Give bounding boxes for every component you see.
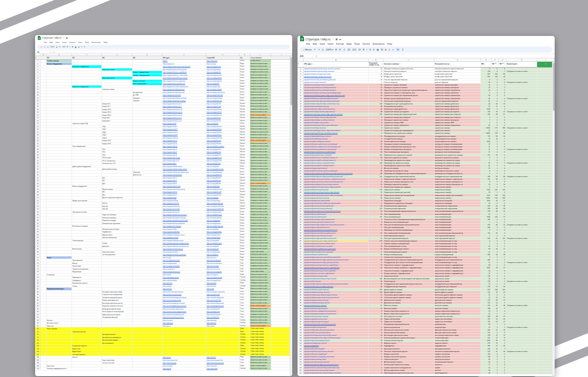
url-link[interactable]: equipment/kamernye-pechi-polimerizacii/ — [304, 221, 334, 223]
cell[interactable] — [271, 367, 292, 370]
url-link[interactable]: nlikp.ru/equipment/pechi-polimerizacii/ — [163, 83, 185, 85]
old-url-link[interactable]: nlikp.ru/services/montazh/ — [207, 263, 222, 264]
url-link[interactable]: equipment/kraskoraspyliteli/ — [304, 348, 325, 350]
url-link[interactable]: nlikp.ru/equipment/kamery-napyleniya/ — [163, 80, 185, 82]
url-link[interactable]: equipment/okrasochno-sushilnaya-kamera/ — [304, 89, 336, 91]
url-link[interactable]: nlikp.ru/equipment/pp-10-gaz/ — [163, 157, 180, 159]
old-url-link[interactable]: nlikp.ru/map.html — [207, 365, 217, 367]
old-url-link[interactable]: nlikp.ru/catalog/sushka-lkm/ — [207, 94, 223, 96]
url-link[interactable]: nlikp.ru/equipment/drobestrujnoe/ — [163, 166, 183, 167]
url-link[interactable]: equipment/kamery-sushki-poroshkovoj-kras… — [304, 98, 338, 100]
zoom-select[interactable]: 100% — [50, 46, 54, 48]
url-link[interactable]: equipment/pnevmaticheskij-podemnik/ — [304, 208, 333, 210]
menu-file[interactable]: File — [44, 41, 47, 43]
freq1-cell[interactable]: 1 — [491, 372, 499, 374]
comment-cell[interactable] — [506, 372, 537, 374]
url-link[interactable]: nlikp.ru/equipment/sushilnye-kamery/ — [163, 89, 185, 90]
url-link[interactable]: nlikp.ru/equipment/kamery-s-gidrofiltrom… — [163, 71, 186, 73]
url-link[interactable]: nlikp.ru/equipment/tp-1/ — [163, 163, 176, 164]
url-link[interactable]: nlikp.ru/equipment/gazovye-teplogenerato… — [163, 242, 189, 244]
old-url-link[interactable]: nlikp.ru/catalog/vk2.html — [207, 117, 221, 119]
url-link[interactable]: nlikp.ru/price/ — [163, 325, 171, 327]
url-link[interactable]: equipment/gazovye-kamery-polimerizacii/ — [304, 243, 335, 245]
cell[interactable] — [133, 367, 162, 370]
page-type-cell[interactable]: Страница — [240, 367, 250, 370]
url-link[interactable]: equipment/pech-polimerizacii-prohodnaya/ — [304, 151, 336, 153]
url-link[interactable]: nlikp.ru/contacts/ — [163, 320, 173, 321]
url-link[interactable]: nlikp.ru/equipment/tupikovye-sushilnye/ — [163, 100, 186, 102]
url-link[interactable]: equipment/drobestrujnye-kamery/ — [304, 289, 329, 291]
url-link[interactable]: equipment/pech-polimerizacii-poroshkovoj… — [304, 210, 341, 212]
url-link[interactable]: nlikp.ru/articles/ — [163, 288, 172, 290]
url-link[interactable]: equipment/drobestrujnaya-kamera/ — [304, 292, 330, 293]
old-url-link[interactable]: nlikp.ru/novosti/zapusk.html — [207, 359, 223, 361]
header-cell[interactable]: Комментарий — [506, 62, 537, 68]
old-url-link[interactable]: nlikp.ru/catalog/skd8.html — [207, 134, 222, 136]
page-title-cell[interactable]: Проектирование окрасочных участков — [384, 372, 434, 374]
font-size-select[interactable]: 10 — [358, 48, 361, 51]
old-url-link[interactable]: nlikp.ru/services/upgrade/ — [207, 271, 222, 273]
zoom-select[interactable]: 100% ▾ — [326, 48, 333, 51]
url-link[interactable]: equipment/montazh-okrasochnyh-kamer/ — [304, 370, 334, 371]
url-link[interactable]: equipment/pech-polimerizacii/ — [304, 213, 326, 215]
url-link[interactable]: equipment/okrasochnye-kamery-s-gidrofilt… — [304, 264, 338, 266]
url-link[interactable]: nlikp.ru/equipment/pechi/ — [163, 146, 177, 147]
url-link[interactable]: nlikp.ru/equipment/roboty/ — [163, 251, 178, 253]
url-link[interactable]: nlikp.ru/equipment/poroshkovaya-okraska/ — [163, 77, 187, 79]
corner-box[interactable] — [35, 53, 40, 56]
url-link[interactable]: equipment/drobemetnaya-kamera/ — [304, 302, 330, 304]
url-link[interactable]: equipment/filtry-dlya-okrasochnyh-kamer/ — [304, 329, 335, 331]
url-link[interactable]: equipment/pechi-poroshkovoj-okraski/ — [304, 235, 332, 237]
column-header-h[interactable]: H — [240, 53, 250, 56]
url-link[interactable]: nlikp.ru/otzyvy/ — [163, 285, 172, 287]
percent-format-icon[interactable]: % — [339, 48, 341, 51]
menu-insert[interactable]: Insert — [327, 43, 333, 45]
url-link[interactable]: equipment/okrasochno-sushilnaya-kamera-2… — [304, 157, 337, 159]
header-cell[interactable]: Поисковый трафик за год — [369, 62, 384, 68]
url-link[interactable]: nlikp.ru/equipment/kamera-vk-4/ — [163, 120, 182, 122]
old-url-link[interactable]: nlikp.ru/novosti/vystavka.html — [207, 362, 224, 364]
column-header-d[interactable]: D — [102, 53, 133, 56]
old-url-link[interactable]: nlikp.ru/catalog/skd5.html — [207, 132, 222, 133]
old-url-link[interactable]: nlikp.ru/catalog/suhoj-filtr/ — [207, 75, 222, 76]
old-url-link[interactable]: nlikp.ru/policy.html — [207, 368, 217, 370]
old-url-link[interactable]: nlikp.ru/catalog/pp10.html — [207, 157, 222, 159]
url-link[interactable]: equipment/uchastok-poroshkovoj-pokraski/ — [304, 79, 336, 81]
url-link[interactable]: nlikp.ru/equipment/kamera-vk-2/ — [163, 117, 182, 119]
url-link[interactable]: nlikp.ru/uslugi/montazh/ — [163, 263, 177, 264]
column-header-a[interactable]: A — [40, 53, 47, 56]
url-link[interactable]: equipment/lesosushilnye-kamery/ — [304, 106, 329, 107]
header-cell[interactable]: 1 — [298, 62, 304, 68]
old-url-link[interactable]: nlikp.ru/stati/sushka.html — [207, 299, 221, 301]
url-link[interactable]: equipment/oborudovanie-dlya-sushki-dreve… — [304, 103, 340, 105]
old-url-link[interactable]: nlikp.ru/catalog/sushilnye/ — [207, 89, 222, 90]
star-icon[interactable]: ☆ — [63, 37, 65, 39]
old-url-link[interactable]: nlikp.ru/services/ — [207, 257, 216, 259]
url-link[interactable]: equipment/pokrasochnaya-kamera-dlya-avto… — [304, 195, 343, 196]
old-url-link[interactable]: nlikp.ru/stati/ — [207, 288, 214, 290]
url-link[interactable]: nlikp.ru/equipment/dk-8/ — [163, 183, 177, 185]
name-box[interactable]: A1 — [35, 51, 51, 53]
url-link[interactable]: equipment/vodyanaya-zavesa/ — [304, 342, 327, 344]
menu-file[interactable]: File — [306, 43, 310, 45]
bold-icon[interactable]: B — [363, 48, 364, 51]
url-link[interactable]: equipment/kamera-polimerizacii-gazovaya/ — [304, 248, 336, 250]
url-link[interactable]: nlikp.ru/equipment/skd-12/ — [163, 137, 178, 139]
url-link[interactable]: nlikp.ru/equipment/pnevmopodemniki/ — [163, 223, 185, 224]
url-link[interactable]: equipment/pokrasochnaya-kamera-s-vodyano… — [304, 178, 345, 180]
old-url-link[interactable]: nlikp.ru/catalog/pp4.html — [207, 149, 221, 150]
formula-input[interactable] — [319, 54, 555, 58]
old-url-link[interactable]: nlikp.ru/catalog/drob-kamery/ — [207, 168, 224, 170]
header-cell[interactable]: ЧВ "!" — [491, 62, 499, 68]
cell[interactable] — [40, 367, 47, 370]
old-url-link[interactable]: nlikp.ru/stati/pech.html — [207, 294, 220, 295]
url-link[interactable]: equipment/oborudovanie-dlya-pokraski-por… — [304, 259, 349, 261]
url-link[interactable]: equipment/sushilnye-kamery-dlya-dereva/ — [304, 111, 335, 113]
url-link[interactable]: nlikp.ru/articles/obsluzhivanie-filtrov/ — [163, 317, 184, 318]
url-link[interactable]: nlikp.ru/equipment/okrasochnoe-oborudova… — [163, 66, 190, 68]
old-url-link[interactable]: nlikp.ru/catalog/sushka-dereva/ — [207, 92, 225, 93]
url-link[interactable]: equipment/ciklon-rekuperator/ — [304, 327, 326, 328]
url-link[interactable]: nlikp.ru/articles/normy-bezopasnosti/ — [163, 314, 184, 316]
url-link[interactable]: equipment/oborudovanie-dlya-gazovyh-pech… — [304, 262, 339, 263]
url-link[interactable]: equipment/pech-dlya-poroshkovoj-pokraski… — [304, 238, 336, 239]
